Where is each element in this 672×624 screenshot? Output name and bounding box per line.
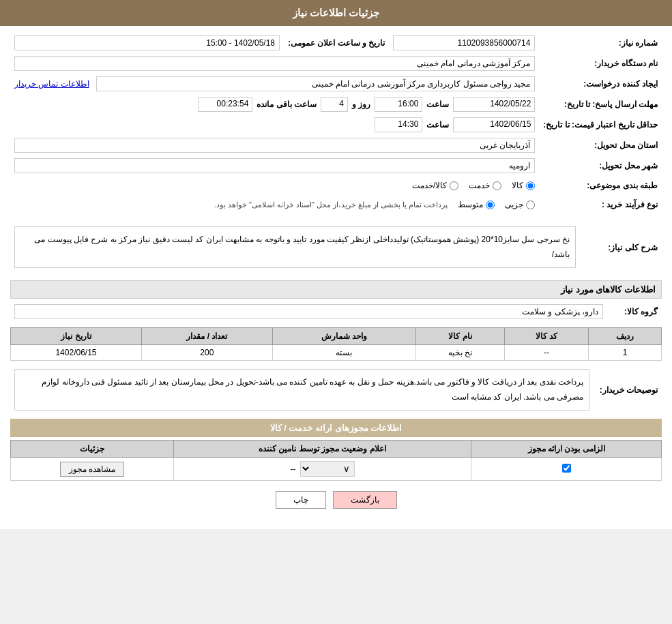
contact-link[interactable]: اطلاعات تماس خریدار	[14, 79, 89, 89]
category-kala-khedmat-label: کالا/خدمت	[412, 181, 447, 190]
permit-value: --	[291, 464, 296, 474]
col-details: جزئیات	[11, 441, 174, 458]
category-kala-radio[interactable]	[526, 181, 535, 190]
delivery-city-label: شهر محل تحویل:	[539, 155, 662, 176]
price-validity-time: 14:30	[375, 117, 422, 132]
cell-qty: 200	[141, 345, 272, 361]
creator-value: مجید رواجی مسئول کاربرداری مرکز آموزشی د…	[96, 76, 536, 91]
need-number-label: شماره نیاز:	[539, 33, 662, 53]
process-motavaset-option[interactable]: متوسط	[458, 200, 495, 209]
send-deadline-day-label: روز و	[352, 100, 370, 109]
goods-group-label: گروه کالا:	[607, 301, 662, 322]
category-label: طبقه بندی موضوعی:	[539, 176, 662, 195]
table-row: 1--نخ بخیهبسته2001402/06/15	[11, 345, 662, 361]
price-validity-time-label: ساعت	[426, 120, 449, 130]
permit-required-checkbox[interactable]	[562, 464, 571, 473]
delivery-province-value: آذربایجان غربی	[14, 138, 535, 153]
process-type-label: نوع فرآیند خرید :	[539, 195, 662, 214]
goods-info-title: اطلاعات کالاهای مورد نیاز	[10, 280, 662, 299]
cell-goods_code: --	[505, 345, 589, 361]
process-jozi-radio[interactable]	[526, 200, 535, 209]
page-title: جزئیات اطلاعات نیاز	[0, 0, 672, 26]
permits-section-title: اطلاعات مجوزهای ارائه خدمت / کالا	[10, 419, 662, 437]
goods-table: ردیف کد کالا نام کالا واحد شمارش تعداد /…	[10, 327, 662, 361]
announce-datetime-label: تاریخ و ساعت اعلان عمومی:	[284, 33, 389, 53]
process-motavaset-radio[interactable]	[486, 200, 495, 209]
footer-buttons: بازگشت چاپ	[10, 491, 662, 509]
category-kala-option[interactable]: کالا	[512, 181, 535, 190]
send-deadline-time: 16:00	[375, 97, 422, 112]
print-button[interactable]: چاپ	[276, 491, 326, 509]
cell-row_num: 1	[588, 345, 661, 361]
cell-unit_code: بسته	[272, 345, 415, 361]
back-button[interactable]: بازگشت	[333, 491, 397, 509]
process-motavaset-label: متوسط	[458, 200, 483, 209]
general-desc-value: نخ سرجی سل سایز10*20 (پوشش هموستاتیک) تو…	[14, 226, 576, 268]
process-jozi-option[interactable]: جزیی	[505, 200, 535, 209]
category-kala-label: کالا	[512, 181, 523, 190]
permit-status-select[interactable]: ∨	[300, 461, 355, 477]
remaining-label: ساعت باقی مانده	[257, 100, 317, 109]
buyer-notes-value: پرداخت نقدی بعد از دریافت کالا و فاکتور …	[14, 369, 589, 411]
cell-goods_name: نخ بخیه	[415, 345, 504, 361]
permits-table: الزامی بودن ارائه مجوز اعلام وضعیت مجوز …	[10, 440, 662, 481]
buyer-notes-label: توصیحات خریدار:	[594, 366, 662, 413]
need-number-value: 1102093856000714	[393, 35, 535, 50]
category-kala-khedmat-radio[interactable]	[450, 181, 458, 190]
goods-group-value: دارو، پزشکی و سلامت	[14, 304, 603, 319]
send-deadline-date: 1402/05/22	[453, 97, 535, 112]
category-kala-khedmat-option[interactable]: کالا/خدمت	[412, 181, 458, 190]
category-khedmat-label: خدمت	[469, 181, 490, 190]
price-validity-label: حداقل تاریخ اعتبار قیمت: تا تاریخ:	[539, 115, 662, 135]
send-deadline-days: 4	[321, 97, 348, 112]
col-row-num: ردیف	[588, 328, 661, 345]
col-required: الزامی بودن ارائه مجوز	[471, 441, 662, 458]
col-need-date: تاریخ نیاز	[11, 328, 142, 345]
send-deadline-time-label: ساعت	[426, 100, 449, 109]
buyer-org-label: نام دستگاه خریدار:	[539, 53, 662, 74]
col-unit-code: واحد شمارش	[272, 328, 415, 345]
announce-datetime-value: 1402/05/18 - 15:00	[14, 35, 280, 50]
buyer-org-value: مرکز آموزشی درمانی امام خمینی	[14, 56, 535, 71]
general-desc-label: شرح کلی نیاز:	[580, 220, 662, 275]
category-khedmat-option[interactable]: خدمت	[469, 181, 501, 190]
permit-row: ∨ -- مشاهده مجوز	[11, 458, 662, 481]
cell-need_date: 1402/06/15	[11, 345, 142, 361]
view-permit-button[interactable]: مشاهده مجوز	[60, 462, 124, 477]
creator-label: ایجاد کننده درخواست:	[539, 74, 662, 94]
page-container: جزئیات اطلاعات نیاز شماره نیاز: 11020938…	[0, 0, 672, 529]
process-note: پرداخت تمام یا بخشی از مبلغ خرید،از محل …	[214, 200, 448, 209]
category-khedmat-radio[interactable]	[493, 181, 501, 190]
remaining-time: 00:23:54	[198, 97, 252, 112]
col-supplier-status: اعلام وضعیت مجوز توسط نامین کننده	[173, 441, 471, 458]
send-deadline-label: مهلت ارسال پاسخ: تا تاریخ:	[539, 94, 662, 115]
col-qty: تعداد / مقدار	[141, 328, 272, 345]
process-jozi-label: جزیی	[505, 200, 523, 209]
col-goods-name: نام کالا	[415, 328, 504, 345]
delivery-city-value: ارومیه	[14, 158, 535, 173]
delivery-province-label: استان محل تحویل:	[539, 135, 662, 155]
price-validity-date: 1402/06/15	[453, 117, 535, 132]
col-goods-code: کد کالا	[505, 328, 589, 345]
